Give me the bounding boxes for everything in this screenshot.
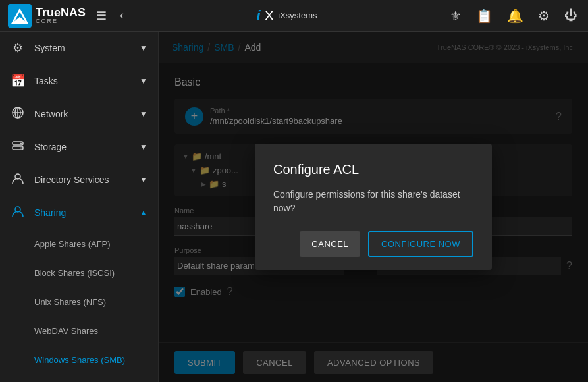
logo: TrueNAS CORE — [8, 4, 86, 28]
ix-systems-text: iXsystems — [278, 11, 317, 20]
ix-i-letter: i — [256, 7, 260, 24]
power-icon-button[interactable]: ⏻ — [562, 5, 580, 26]
modal-body: Configure permissions for this share's d… — [273, 188, 473, 215]
svg-rect-0 — [8, 4, 32, 28]
sharing-arrow-icon: ▲ — [140, 208, 147, 217]
back-button[interactable]: ‹ — [117, 6, 126, 25]
hamburger-menu-button[interactable]: ☰ — [94, 6, 109, 26]
sidebar-item-network-label: Network — [34, 109, 68, 119]
sharing-icon — [11, 205, 25, 221]
modal-overlay: Configure ACL Configure permissions for … — [159, 32, 588, 382]
apple-shares-label: Apple Shares (AFP) — [34, 239, 111, 249]
logo-truenas-label: TrueNAS — [36, 7, 86, 18]
top-navigation: TrueNAS CORE ☰ ‹ i X iXsystems ⚜ 📋 🔔 ⚙ ⏻ — [0, 0, 588, 32]
sidebar: ⚙ System ▼ 📅 Tasks ▼ Network ▼ — [0, 32, 159, 382]
network-icon — [11, 106, 25, 123]
trident-icon-button[interactable]: ⚜ — [447, 5, 464, 26]
sidebar-item-system[interactable]: ⚙ System ▼ — [0, 32, 158, 65]
sidebar-subitem-block-shares[interactable]: Block Shares (iSCSI) — [0, 258, 158, 287]
sidebar-item-sharing-label: Sharing — [34, 207, 66, 218]
sidebar-subitem-apple-shares[interactable]: Apple Shares (AFP) — [0, 229, 158, 258]
windows-shares-label: Windows Shares (SMB) — [34, 355, 125, 365]
modal-cancel-button[interactable]: CANCEL — [300, 231, 360, 257]
modal-title: Configure ACL — [273, 162, 473, 177]
sidebar-item-network[interactable]: Network ▼ — [0, 97, 158, 130]
bell-icon-button[interactable]: 🔔 — [504, 5, 526, 26]
sidebar-item-storage[interactable]: Storage ▼ — [0, 130, 158, 163]
sidebar-item-sharing[interactable]: Sharing ▲ — [0, 196, 158, 229]
system-icon: ⚙ — [11, 41, 25, 55]
system-arrow-icon: ▼ — [140, 43, 147, 53]
clipboard-icon-button[interactable]: 📋 — [473, 5, 495, 26]
storage-icon — [11, 139, 25, 155]
modal-actions: CANCEL CONFIGURE NOW — [273, 231, 473, 257]
sidebar-subitem-webdav-shares[interactable]: WebDAV Shares — [0, 316, 158, 345]
main-layout: ⚙ System ▼ 📅 Tasks ▼ Network ▼ — [0, 32, 588, 382]
sidebar-subitem-unix-shares[interactable]: Unix Shares (NFS) — [0, 287, 158, 316]
svg-point-10 — [20, 147, 22, 148]
logo-core-label: CORE — [36, 18, 86, 24]
topnav-right-icons: ⚜ 📋 🔔 ⚙ ⏻ — [447, 5, 580, 26]
truenas-logo-icon — [8, 4, 32, 28]
directory-services-arrow-icon: ▼ — [140, 175, 147, 184]
sidebar-item-storage-label: Storage — [34, 142, 67, 152]
ix-systems-logo: i X iXsystems — [256, 7, 317, 24]
sidebar-item-directory-services-label: Directory Services — [34, 175, 109, 185]
tasks-icon: 📅 — [11, 74, 25, 88]
storage-arrow-icon: ▼ — [140, 142, 147, 151]
modal-configure-now-button[interactable]: CONFIGURE NOW — [368, 231, 473, 257]
logo-text: TrueNAS CORE — [36, 7, 86, 24]
sidebar-item-tasks[interactable]: 📅 Tasks ▼ — [0, 65, 158, 97]
directory-services-icon — [11, 172, 25, 188]
main-content: Sharing / SMB / Add TrueNAS CORE® © 2023… — [159, 32, 588, 382]
configure-acl-modal: Configure ACL Configure permissions for … — [255, 144, 492, 270]
sidebar-item-tasks-label: Tasks — [34, 76, 58, 86]
svg-point-9 — [20, 142, 22, 144]
tasks-arrow-icon: ▼ — [140, 76, 147, 86]
sidebar-subitem-windows-shares[interactable]: Windows Shares (SMB) — [0, 345, 158, 374]
block-shares-label: Block Shares (iSCSI) — [34, 268, 115, 278]
webdav-shares-label: WebDAV Shares — [34, 326, 98, 336]
settings-icon-button[interactable]: ⚙ — [535, 5, 552, 26]
sidebar-item-system-label: System — [34, 43, 65, 53]
unix-shares-label: Unix Shares (NFS) — [34, 297, 106, 307]
ix-x-letter: X — [265, 7, 275, 24]
sidebar-item-directory-services[interactable]: Directory Services ▼ — [0, 163, 158, 196]
topnav-left: TrueNAS CORE ☰ ‹ — [8, 4, 126, 28]
network-arrow-icon: ▼ — [140, 109, 147, 119]
